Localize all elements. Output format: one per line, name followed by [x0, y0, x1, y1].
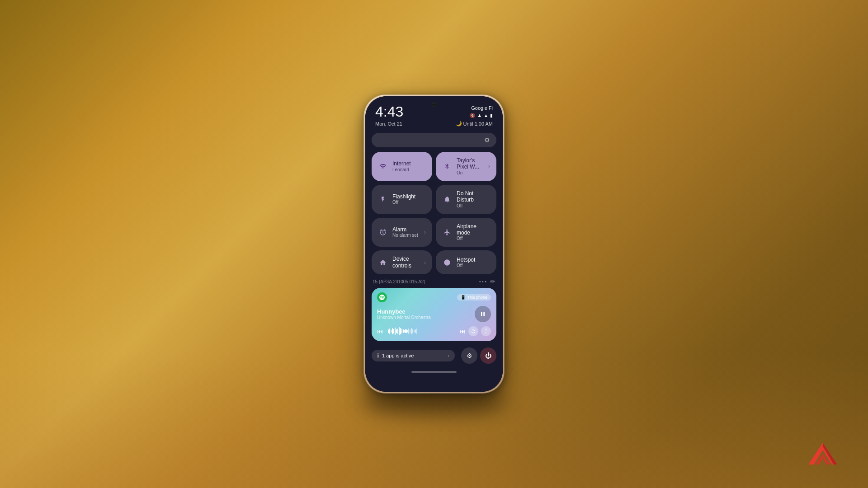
queue-button[interactable]: [481, 326, 491, 336]
home-bar-line: [411, 371, 457, 373]
flashlight-tile-title: Flashlight: [392, 193, 426, 200]
info-circle-icon: ℹ: [377, 352, 379, 359]
app-active-pill[interactable]: ℹ 1 app is active ›: [372, 350, 455, 361]
home-bar[interactable]: [365, 367, 503, 378]
media-controls-bar: ⏮: [377, 326, 491, 337]
airplane-tile[interactable]: Airplane mode Off: [436, 218, 496, 247]
bluetooth-tile-title: Taylor's Pixel W...: [457, 157, 484, 170]
moon-icon: 🌙: [456, 121, 462, 127]
edit-tiles-icon[interactable]: ✏: [490, 278, 495, 285]
internet-tile-subtitle: Leonard: [392, 167, 426, 173]
this-phone-badge: 📱 This phone: [457, 294, 491, 300]
dots-menu[interactable]: • • •: [479, 279, 486, 284]
alarm-tile-subtitle: No alarm set: [392, 233, 420, 238]
app-active-arrow: ›: [448, 353, 449, 358]
search-bar[interactable]: ⚙: [372, 133, 496, 147]
signal-icon: ▲: [484, 113, 488, 118]
track-name: Hunnybee: [377, 308, 475, 315]
dnd-tile-subtitle: Off: [457, 203, 490, 209]
app-active-label: 1 app is active: [382, 353, 445, 358]
hotspot-tile[interactable]: Hotspot Off: [436, 250, 496, 274]
airplane-tile-icon: [442, 227, 452, 237]
track-artist: Unknown Mortal Orchestra: [377, 315, 475, 320]
internet-tile-title: Internet: [392, 160, 426, 167]
phone-device: 4:43 Google Fi 🔇 ▲ ▲ ▮ Mon, Oct 21 🌙 Unt…: [364, 95, 504, 393]
dnd-tile[interactable]: Do Not Disturb Off: [436, 185, 496, 214]
prev-track-button[interactable]: ⏮: [377, 328, 383, 335]
next-track-button[interactable]: ⏭: [459, 328, 466, 335]
date-label: Mon, Oct 21: [375, 121, 402, 127]
version-line: 15 (AP3A.241005.015.A2) • • • ✏: [365, 274, 503, 288]
ap-logo: [805, 441, 841, 470]
date-row: Mon, Oct 21 🌙 Until 1:00 AM: [365, 121, 503, 131]
battery-icon: ▮: [490, 113, 493, 118]
power-button[interactable]: ⏻: [480, 347, 496, 364]
flashlight-tile[interactable]: Flashlight Off: [372, 185, 432, 214]
camera-dot: [432, 103, 436, 107]
settings-button[interactable]: ⚙: [461, 347, 477, 364]
repeat-button[interactable]: [468, 326, 478, 336]
device-controls-tile[interactable]: Device controls ›: [372, 250, 432, 274]
flashlight-tile-icon: [378, 194, 388, 204]
device-controls-arrow: ›: [424, 259, 426, 266]
build-version: 15 (AP3A.241005.015.A2): [373, 279, 425, 284]
play-pause-button[interactable]: [475, 306, 491, 322]
airplane-tile-subtitle: Off: [457, 236, 490, 241]
hotspot-tile-icon: [442, 258, 452, 267]
bluetooth-tile-subtitle: On: [457, 170, 484, 176]
wifi-status-icon: ▲: [477, 113, 482, 118]
carrier-label: Google Fi: [470, 105, 493, 111]
device-controls-tile-icon: [378, 258, 388, 267]
media-player[interactable]: 📱 This phone Hunnybee Unknown Mortal Orc…: [372, 288, 496, 341]
flashlight-tile-subtitle: Off: [392, 200, 426, 205]
hotspot-tile-title: Hotspot: [457, 257, 490, 263]
seek-thumb[interactable]: [404, 329, 408, 333]
hotspot-tile-subtitle: Off: [457, 263, 490, 268]
wifi-tile-icon: [378, 161, 388, 171]
clock: 4:43: [375, 104, 403, 119]
alarm-tile[interactable]: Alarm No alarm set ›: [372, 218, 432, 247]
dnd-tile-title: Do Not Disturb: [457, 190, 490, 203]
device-controls-tile-title: Device controls: [392, 256, 420, 269]
dnd-schedule: 🌙 Until 1:00 AM: [456, 121, 493, 127]
dnd-tile-icon: [442, 194, 452, 204]
mute-icon: 🔇: [470, 113, 475, 118]
alarm-tile-title: Alarm: [392, 226, 420, 233]
phone-screen: 4:43 Google Fi 🔇 ▲ ▲ ▮ Mon, Oct 21 🌙 Unt…: [365, 96, 503, 392]
bluetooth-tile[interactable]: Taylor's Pixel W... On ›: [436, 152, 496, 181]
quick-tiles-grid: Internet Leonard Taylor's Pixel W... On: [365, 152, 503, 274]
status-bar: 4:43 Google Fi 🔇 ▲ ▲ ▮: [365, 96, 503, 121]
spotify-icon: [377, 292, 387, 302]
bluetooth-tile-icon: [442, 161, 452, 171]
internet-tile[interactable]: Internet Leonard: [372, 152, 432, 181]
search-settings-icon[interactable]: ⚙: [484, 136, 490, 144]
alarm-tile-arrow: ›: [424, 229, 426, 235]
airplane-tile-title: Airplane mode: [457, 223, 490, 236]
alarm-tile-icon: [378, 227, 388, 237]
seek-bar[interactable]: [386, 326, 457, 337]
bottom-bar: ℹ 1 app is active › ⚙ ⏻: [365, 344, 503, 367]
bluetooth-tile-arrow: ›: [488, 163, 490, 169]
